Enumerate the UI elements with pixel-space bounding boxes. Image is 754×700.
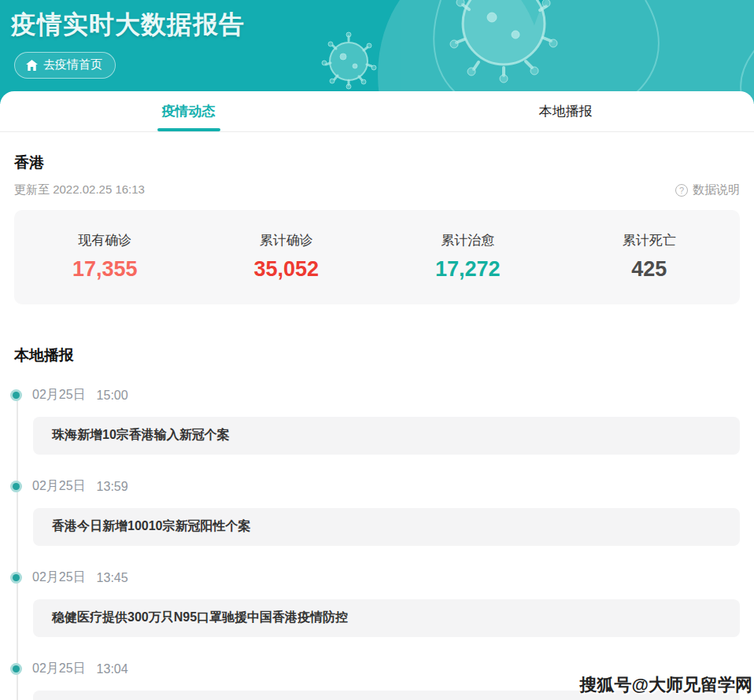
item-date: 02月25日 xyxy=(32,661,86,677)
stat-label: 累计死亡 xyxy=(559,231,741,249)
timeline-dot-icon xyxy=(13,574,20,581)
tab-bar: 疫情动态 本地播报 xyxy=(0,91,754,132)
item-date: 02月25日 xyxy=(32,387,86,403)
data-note-link[interactable]: ? 数据说明 xyxy=(675,182,740,197)
stat-label: 现有确诊 xyxy=(14,231,196,249)
list-item: 02月25日 13:59 香港今日新增10010宗新冠阳性个案 xyxy=(14,465,740,546)
active-tab-underline xyxy=(157,128,220,131)
list-item: 02月25日 15:00 珠海新增10宗香港输入新冠个案 xyxy=(14,374,740,455)
stats-bar: 现有确诊 17,355 累计确诊 35,052 累计治愈 17,272 累计死亡… xyxy=(14,210,740,304)
local-broadcast-heading: 本地播报 xyxy=(14,345,740,366)
item-time: 15:00 xyxy=(97,389,128,403)
stat-label: 累计确诊 xyxy=(196,231,378,249)
page-title: 疫情实时大数据报告 xyxy=(0,0,754,42)
item-date: 02月25日 xyxy=(32,569,86,586)
timeline-dot-icon xyxy=(13,665,20,672)
stat-label: 累计治愈 xyxy=(377,231,559,249)
news-card[interactable]: 香港今日新增10010宗新冠阳性个案 xyxy=(33,508,740,546)
stat-cumulative-deaths: 累计死亡 425 xyxy=(559,231,741,282)
item-time: 13:45 xyxy=(97,571,128,585)
stat-value: 17,355 xyxy=(14,257,196,282)
broadcast-timeline: 02月25日 15:00 珠海新增10宗香港输入新冠个案 02月25日 13:5… xyxy=(0,374,754,700)
tab-label: 疫情动态 xyxy=(162,102,216,120)
page-header: 疫情实时大数据报告 去疫情首页 xyxy=(0,0,754,104)
item-date: 02月25日 xyxy=(32,478,86,495)
timeline-dot-icon xyxy=(13,392,20,399)
news-card[interactable]: 稳健医疗提供300万只N95口罩驰援中国香港疫情防控 xyxy=(33,599,740,637)
stat-cumulative-confirmed: 累计确诊 35,052 xyxy=(196,231,378,282)
home-button-label: 去疫情首页 xyxy=(43,57,102,72)
tab-epidemic-trends[interactable]: 疫情动态 xyxy=(0,91,377,131)
stat-current-confirmed: 现有确诊 17,355 xyxy=(14,231,196,282)
data-note-label: 数据说明 xyxy=(693,182,740,197)
tab-local-broadcast[interactable]: 本地播报 xyxy=(377,91,754,131)
content-sheet: 疫情动态 本地播报 香港 更新至 2022.02.25 16:13 ? 数据说明… xyxy=(0,91,754,700)
region-name: 香港 xyxy=(14,153,740,173)
news-card[interactable]: 珠海新增10宗香港输入新冠个案 xyxy=(33,417,740,455)
stat-value: 425 xyxy=(559,257,741,282)
tab-label: 本地播报 xyxy=(539,102,593,120)
update-time: 更新至 2022.02.25 16:13 xyxy=(14,182,145,197)
stat-value: 17,272 xyxy=(377,257,559,282)
timeline-dot-icon xyxy=(13,483,20,490)
question-mark-icon: ? xyxy=(675,184,688,197)
list-item: 02月25日 13:45 稳健医疗提供300万只N95口罩驰援中国香港疫情防控 xyxy=(14,556,740,637)
home-icon xyxy=(26,60,38,71)
region-header: 香港 更新至 2022.02.25 16:13 ? 数据说明 xyxy=(0,132,754,197)
go-epidemic-home-button[interactable]: 去疫情首页 xyxy=(14,52,116,79)
stat-cumulative-cured: 累计治愈 17,272 xyxy=(377,231,559,282)
stat-value: 35,052 xyxy=(196,257,378,282)
item-time: 13:04 xyxy=(97,662,128,676)
watermark: 搜狐号@大师兄留学网 xyxy=(580,673,752,697)
item-time: 13:59 xyxy=(97,480,128,494)
